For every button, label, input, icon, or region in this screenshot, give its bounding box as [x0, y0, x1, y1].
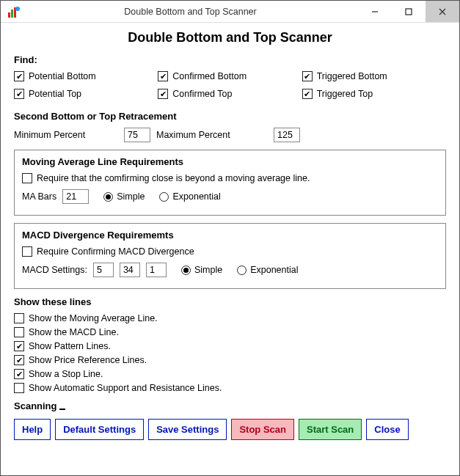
macd-s2-input[interactable]	[120, 263, 140, 277]
svg-point-3	[15, 7, 20, 11]
window-title: Double Bottom and Top Scanner	[23, 7, 358, 17]
svg-rect-5	[406, 9, 412, 15]
checkbox-macd-require[interactable]: Require Confirming MACD Divergence	[22, 246, 438, 257]
ma-require-label: Require that the comfirming close is bey…	[37, 173, 310, 183]
macd-require-label: Require Confirming MACD Divergence	[37, 246, 194, 257]
confirmed-bottom-label: Confirmed Bottom	[172, 71, 247, 81]
radio-ma-exponential[interactable]: Exponential	[159, 191, 220, 202]
default-settings-button[interactable]: Default Settings	[55, 419, 144, 440]
macd-s1-input[interactable]	[93, 263, 114, 277]
macd-title: MACD Divergence Requirememts	[22, 230, 438, 241]
app-icon	[5, 3, 23, 21]
max-percent-label: Maximum Percent	[156, 130, 274, 140]
window-controls	[358, 1, 459, 22]
show-pattern-label: Show Pattern Lines.	[29, 341, 111, 351]
help-button[interactable]: Help	[14, 419, 51, 440]
close-button[interactable]: Close	[366, 419, 408, 440]
min-percent-label: Minimum Percent	[14, 130, 124, 140]
cursor-icon	[59, 409, 65, 410]
retracement-label: Second Bottom or Top Retracement	[14, 111, 446, 122]
checkbox-triggered-bottom[interactable]: Triggered Bottom	[302, 71, 387, 81]
save-settings-button[interactable]: Save Settings	[148, 419, 227, 440]
ma-exp-label: Exponential	[172, 191, 220, 202]
checkbox-show-price-ref[interactable]: Show Price Reference Lines.	[14, 355, 446, 365]
show-stop-label: Show a Stop Line.	[29, 369, 103, 379]
triggered-top-label: Triggered Top	[317, 89, 373, 99]
checkbox-show-ma-line[interactable]: Show the Moving Average Line.	[14, 313, 446, 323]
ma-simple-label: Simple	[117, 191, 145, 202]
show-lines-label: Show these lines	[14, 296, 446, 307]
checkbox-ma-require[interactable]: Require that the comfirming close is bey…	[22, 173, 438, 183]
ma-bars-input[interactable]	[62, 189, 89, 204]
title-bar: Double Bottom and Top Scanner	[1, 1, 459, 23]
checkbox-show-stop[interactable]: Show a Stop Line.	[14, 369, 446, 379]
checkbox-triggered-top[interactable]: Triggered Top	[302, 89, 373, 99]
ma-group: Moving Average Line Requirements Require…	[14, 150, 446, 216]
checkbox-show-pattern[interactable]: Show Pattern Lines.	[14, 341, 446, 351]
macd-settings-label: MACD Settings:	[22, 265, 87, 275]
potential-top-label: Potential Top	[29, 89, 81, 99]
radio-ma-simple[interactable]: Simple	[103, 191, 145, 202]
minimize-button[interactable]	[358, 1, 392, 22]
show-price-label: Show Price Reference Lines.	[29, 355, 147, 365]
show-sr-label: Show Automatic Support and Resistance Li…	[29, 383, 222, 393]
show-macd-label: Show the MACD Line.	[29, 327, 119, 337]
checkbox-confirmed-top[interactable]: Confirmed Top	[158, 89, 232, 99]
svg-rect-1	[11, 10, 13, 18]
ma-bars-label: MA Bars	[22, 191, 56, 202]
ma-title: Moving Average Line Requirements	[22, 156, 438, 167]
scanning-status: Scanning	[14, 400, 446, 411]
find-label: Find:	[14, 54, 446, 65]
checkbox-show-macd-line[interactable]: Show the MACD Line.	[14, 327, 446, 337]
checkbox-potential-top[interactable]: Potential Top	[14, 89, 81, 99]
macd-s3-input[interactable]	[146, 263, 167, 277]
close-window-button[interactable]	[426, 1, 459, 22]
macd-group: MACD Divergence Requirememts Require Con…	[14, 223, 446, 289]
page-title: Double Bottom and Top Scanner	[14, 30, 446, 45]
svg-rect-0	[8, 12, 10, 18]
stop-scan-button[interactable]: Stop Scan	[231, 419, 294, 440]
confirmed-top-label: Confirmed Top	[172, 89, 232, 99]
triggered-bottom-label: Triggered Bottom	[317, 71, 387, 81]
potential-bottom-label: Potential Bottom	[29, 71, 96, 81]
ma-settings-row: MA Bars Simple Exponential	[22, 189, 438, 204]
maximize-button[interactable]	[392, 1, 426, 22]
content-area: Double Bottom and Top Scanner Find: Pote…	[1, 23, 459, 449]
checkbox-show-sr[interactable]: Show Automatic Support and Resistance Li…	[14, 383, 446, 393]
macd-settings-row: MACD Settings: Simple Exponential	[22, 263, 438, 277]
radio-macd-exponential[interactable]: Exponential	[237, 265, 298, 275]
max-percent-input[interactable]	[274, 128, 300, 142]
retracement-row: Minimum Percent Maximum Percent	[14, 128, 446, 142]
checkbox-potential-bottom[interactable]: Potential Bottom	[14, 71, 96, 81]
macd-simple-label: Simple	[194, 265, 222, 275]
button-row: Help Default Settings Save Settings Stop…	[14, 419, 446, 440]
show-ma-label: Show the Moving Average Line.	[29, 313, 158, 323]
find-row-1: Potential Bottom Confirmed Bottom Trigge…	[14, 71, 446, 81]
radio-macd-simple[interactable]: Simple	[181, 265, 222, 275]
find-row-2: Potential Top Confirmed Top Triggered To…	[14, 89, 446, 99]
checkbox-confirmed-bottom[interactable]: Confirmed Bottom	[158, 71, 247, 81]
start-scan-button[interactable]: Start Scan	[299, 419, 362, 440]
macd-exp-label: Exponential	[250, 265, 298, 275]
min-percent-input[interactable]	[124, 128, 150, 142]
